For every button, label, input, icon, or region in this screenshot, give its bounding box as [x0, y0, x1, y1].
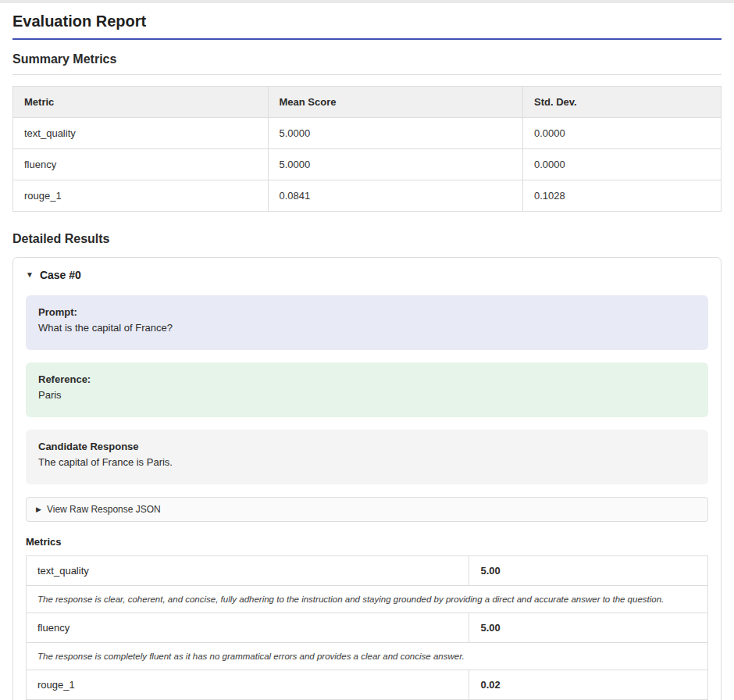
- case-0-metrics-table: text_quality 5.00 The response is clear,…: [26, 555, 708, 700]
- table-row: rouge_1 0.0841 0.1028: [13, 180, 722, 212]
- metric-explanation: The response is completely fluent as it …: [27, 643, 708, 670]
- case-card-0: ▼ Case #0 Prompt: What is the capital of…: [12, 257, 722, 700]
- table-row: text_quality 5.00: [27, 556, 708, 586]
- metric-score: 5.00: [469, 556, 708, 586]
- prompt-box: Prompt: What is the capital of France?: [26, 295, 708, 350]
- metric-name: text_quality: [27, 556, 469, 586]
- table-row: The response is completely fluent as it …: [27, 643, 708, 670]
- case-0-toggle-header[interactable]: ▼ Case #0: [13, 258, 721, 292]
- evaluation-report-page: Evaluation Report Summary Metrics Metric…: [0, 3, 734, 700]
- candidate-response-text: The capital of France is Paris.: [38, 456, 696, 468]
- metric-explanation: The response is clear, coherent, and con…: [27, 586, 708, 613]
- reference-label: Reference:: [38, 373, 696, 385]
- summary-metric-name: rouge_1: [13, 180, 269, 212]
- table-row: fluency 5.00: [27, 613, 708, 643]
- summary-metrics-table: Metric Mean Score Std. Dev. text_quality…: [12, 86, 722, 212]
- table-row: fluency 5.0000 0.0000: [13, 149, 722, 180]
- prompt-text: What is the capital of France?: [38, 322, 696, 334]
- table-row: The response is clear, coherent, and con…: [27, 586, 708, 613]
- summary-mean-score: 0.0841: [268, 180, 523, 212]
- summary-mean-score: 5.0000: [268, 149, 523, 180]
- summary-mean-score: 5.0000: [268, 118, 523, 149]
- metric-score: 0.02: [469, 670, 708, 700]
- metric-name: fluency: [27, 613, 469, 643]
- metric-name: rouge_1: [27, 670, 469, 700]
- summary-header-row: Metric Mean Score Std. Dev.: [13, 87, 722, 118]
- candidate-response-box: Candidate Response The capital of France…: [26, 430, 708, 484]
- summary-std-dev: 0.0000: [523, 149, 722, 180]
- prompt-label: Prompt:: [38, 306, 696, 318]
- summary-col-metric: Metric: [13, 87, 269, 118]
- view-raw-json-toggle[interactable]: ▶ View Raw Response JSON: [26, 497, 708, 522]
- table-row: rouge_1 0.02: [27, 670, 708, 700]
- summary-col-std-dev: Std. Dev.: [523, 87, 722, 118]
- table-row: text_quality 5.0000 0.0000: [13, 118, 722, 149]
- view-raw-json-label: View Raw Response JSON: [47, 504, 161, 515]
- candidate-response-label: Candidate Response: [38, 441, 696, 452]
- reference-text: Paris: [38, 389, 696, 401]
- case-0-title: Case #0: [40, 269, 81, 281]
- chevron-right-icon: ▶: [36, 506, 41, 513]
- page-title: Evaluation Report: [12, 12, 722, 40]
- summary-std-dev: 0.0000: [523, 118, 722, 149]
- detailed-results-heading: Detailed Results: [12, 232, 722, 246]
- metric-score: 5.00: [469, 613, 708, 643]
- summary-metric-name: text_quality: [13, 118, 269, 149]
- summary-metric-name: fluency: [13, 149, 269, 180]
- summary-col-mean-score: Mean Score: [268, 87, 523, 118]
- summary-std-dev: 0.1028: [523, 180, 722, 212]
- metrics-section-label: Metrics: [26, 536, 708, 548]
- chevron-down-icon: ▼: [26, 271, 34, 279]
- reference-box: Reference: Paris: [26, 362, 708, 417]
- summary-metrics-heading: Summary Metrics: [12, 52, 722, 75]
- case-0-body: Prompt: What is the capital of France? R…: [13, 292, 721, 700]
